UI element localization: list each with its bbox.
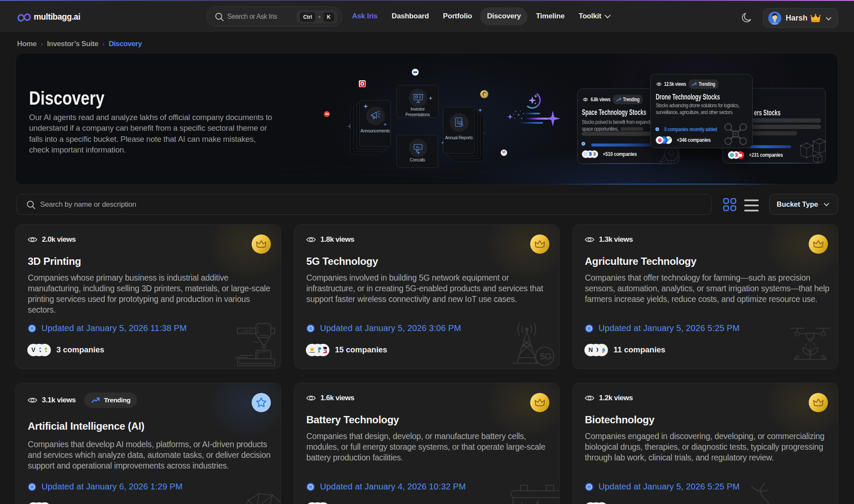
svg-text:5G: 5G <box>540 351 552 362</box>
